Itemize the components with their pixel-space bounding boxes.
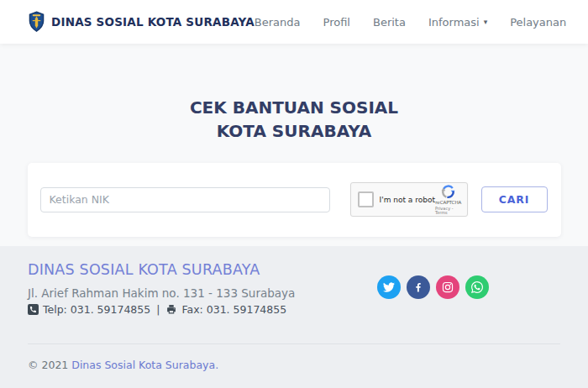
recaptcha-checkbox[interactable]: [358, 191, 374, 207]
hero-section: CEK BANTUAN SOSIAL KOTA SURABAYA I'm not…: [0, 44, 588, 246]
cari-button[interactable]: CARI: [481, 186, 548, 212]
footer-fax: Fax: 031. 59174855: [181, 303, 286, 316]
instagram-icon[interactable]: [436, 275, 459, 299]
brand[interactable]: DINAS SOSIAL KOTA SURABAYA: [28, 11, 255, 34]
nav-item-pelayanan[interactable]: Pelayanan: [510, 16, 566, 29]
copyright-link[interactable]: Dinas Sosial Kota Surabaya.: [71, 359, 218, 371]
footer-info: DINAS SOSIAL KOTA SURABAYA Jl. Arief Rah…: [28, 261, 295, 316]
recaptcha-widget: I'm not a robot reCAPTCHA Privacy - Term…: [350, 182, 468, 217]
nav-item-informasi[interactable]: Informasi ▾: [428, 16, 487, 29]
footer-address: Jl. Arief Rahman Hakim no. 131 - 133 Sur…: [28, 286, 295, 300]
copyright: © 2021 Dinas Sosial Kota Surabaya.: [28, 359, 560, 371]
footer-divider: [28, 343, 560, 344]
recaptcha-privacy-terms[interactable]: Privacy - Terms: [435, 207, 462, 215]
search-card: I'm not a robot reCAPTCHA Privacy - Term…: [28, 163, 561, 237]
footer: DINAS SOSIAL KOTA SURABAYA Jl. Arief Rah…: [0, 246, 588, 388]
footer-separator: |: [156, 303, 160, 316]
recaptcha-brand-text: reCAPTCHA: [435, 201, 461, 206]
main-nav: Beranda Profil Berita Informasi ▾ Pelaya…: [255, 12, 588, 32]
recaptcha-branding: reCAPTCHA Privacy - Terms: [435, 185, 462, 215]
brand-title: DINAS SOSIAL KOTA SURABAYA: [51, 15, 255, 29]
nik-input[interactable]: [40, 187, 330, 212]
page-title-line2: KOTA SURABAYA: [0, 119, 588, 143]
surabaya-emblem-icon: [28, 11, 45, 34]
page-title-line1: CEK BANTUAN SOSIAL: [0, 96, 588, 119]
whatsapp-icon[interactable]: [465, 275, 489, 299]
nav-item-beranda[interactable]: Beranda: [255, 16, 301, 29]
social-links: [377, 261, 560, 316]
fax-icon: [165, 304, 177, 315]
footer-telp: Telp: 031. 59174855: [43, 303, 150, 316]
footer-title: DINAS SOSIAL KOTA SURABAYA: [28, 261, 295, 278]
phone-icon: [28, 304, 39, 315]
page-title: CEK BANTUAN SOSIAL KOTA SURABAYA: [0, 96, 588, 144]
recaptcha-label: I'm not a robot: [380, 196, 436, 204]
recaptcha-icon: [441, 185, 455, 199]
twitter-icon[interactable]: [377, 275, 401, 299]
footer-contact: Telp: 031. 59174855 | Fax: 031. 59174855: [28, 303, 295, 316]
copyright-prefix: © 2021: [28, 359, 71, 371]
facebook-icon[interactable]: [407, 275, 430, 299]
chevron-down-icon: ▾: [484, 18, 488, 26]
header: DINAS SOSIAL KOTA SURABAYA Beranda Profi…: [0, 0, 588, 44]
nav-item-berita[interactable]: Berita: [373, 16, 406, 29]
nav-item-profil[interactable]: Profil: [323, 16, 350, 29]
